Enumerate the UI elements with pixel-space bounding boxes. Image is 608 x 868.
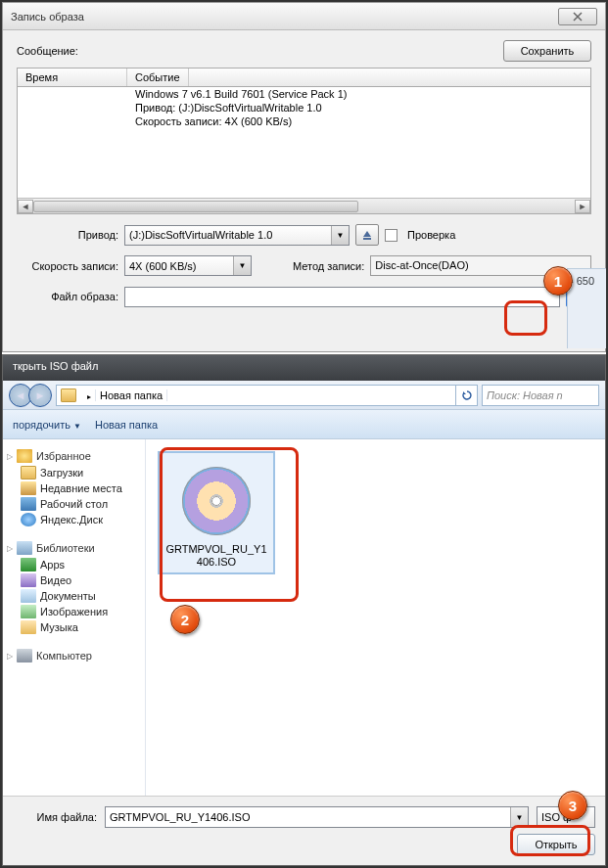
event-row: Привод: (J:)DiscSoftVirtualWritable 1.0 <box>127 101 590 114</box>
library-icon <box>17 541 32 555</box>
chevron-down-icon: ▼ <box>331 226 349 245</box>
disc-icon <box>182 467 251 535</box>
path-segment[interactable]: Новая папка <box>96 389 167 401</box>
nav-bar: ◄ ► ▸ Новая папка Поиск: Новая п <box>3 381 605 410</box>
speed-combo[interactable]: 4X (600 KB/s) ▼ <box>124 255 252 276</box>
yandex-disk-icon <box>21 513 36 526</box>
close-button[interactable] <box>558 8 597 25</box>
burn-image-dialog: Запись образа Сообщение: Сохранить Время… <box>2 2 606 352</box>
file-name: GRTMPVOL_RU_Y1406.ISO <box>164 543 269 569</box>
sidebar-favorites[interactable]: ▷Избранное <box>7 447 141 465</box>
file-toolbar: порядочить ▼ Новая папка <box>3 410 605 439</box>
drive-label: Привод: <box>17 229 118 241</box>
filename-value: GRTMPVOL_RU_Y1406.ISO <box>110 811 250 823</box>
music-icon <box>21 620 36 634</box>
sidebar-images[interactable]: Изображения <box>7 604 141 619</box>
window-title: Запись образа <box>11 11 558 23</box>
verify-checkbox[interactable] <box>385 229 398 242</box>
scroll-right-icon[interactable]: ► <box>575 200 590 213</box>
apps-icon <box>21 558 36 571</box>
address-bar[interactable]: ▸ Новая папка <box>56 385 478 406</box>
event-row: Windows 7 v6.1 Build 7601 (Service Pack … <box>127 87 590 101</box>
desktop-icon <box>21 497 36 511</box>
organize-menu[interactable]: порядочить ▼ <box>13 419 81 431</box>
sidebar-video[interactable]: Видео <box>7 572 141 588</box>
filename-input[interactable]: GRTMPVOL_RU_Y1406.ISO ▼ <box>105 806 529 828</box>
sidebar-downloads[interactable]: Загрузки <box>7 465 141 480</box>
h-scrollbar[interactable]: ◄ ► <box>18 198 590 213</box>
sidebar-apps[interactable]: Apps <box>7 557 141 572</box>
sidebar-computer[interactable]: ▷Компьютер <box>7 647 141 664</box>
sidebar-yandex-disk[interactable]: Яндекс.Диск <box>7 512 141 527</box>
titlebar[interactable]: Запись образа <box>3 3 605 30</box>
document-icon <box>21 589 36 603</box>
star-icon <box>17 449 32 463</box>
save-button[interactable]: Сохранить <box>503 40 591 62</box>
filename-label: Имя файла: <box>13 811 97 823</box>
image-icon <box>21 605 36 618</box>
eject-icon <box>361 229 373 241</box>
close-icon <box>573 12 583 22</box>
search-input[interactable]: Поиск: Новая п <box>482 385 599 406</box>
col-event[interactable]: Событие <box>127 69 189 86</box>
speed-label: Скорость записи: <box>17 260 118 272</box>
refresh-icon <box>461 389 473 401</box>
file-area[interactable]: GRTMPVOL_RU_Y1406.ISO <box>146 439 605 801</box>
chevron-down-icon: ▼ <box>510 807 528 827</box>
file-item-selected[interactable]: GRTMPVOL_RU_Y1406.ISO <box>158 451 275 574</box>
drive-combo[interactable]: (J:)DiscSoftVirtualWritable 1.0 ▼ <box>124 225 350 246</box>
sidebar-desktop[interactable]: Рабочий стол <box>7 496 141 512</box>
video-icon <box>21 573 36 587</box>
chevron-down-icon: ▼ <box>233 256 251 275</box>
sidebar-music[interactable]: Музыка <box>7 619 141 635</box>
sidebar: ▷Избранное Загрузки Недавние места Рабоч… <box>3 439 146 801</box>
scroll-thumb[interactable] <box>33 201 358 212</box>
event-list: Windows 7 v6.1 Build 7601 (Service Pack … <box>17 87 591 214</box>
scroll-left-icon[interactable]: ◄ <box>18 200 33 213</box>
event-list-header: Время Событие <box>17 68 591 87</box>
open-dialog-title: ткрыть ISO файл <box>3 355 605 381</box>
sidebar-recent[interactable]: Недавние места <box>7 480 141 496</box>
image-file-input[interactable] <box>124 287 560 307</box>
callout-3: 3 <box>558 791 587 820</box>
refresh-button[interactable] <box>455 385 477 406</box>
message-label: Сообщение: <box>17 45 78 57</box>
recent-icon <box>21 481 36 495</box>
bottom-bar: Имя файла: GRTMPVOL_RU_Y1406.ISO ▼ ISO ф… <box>3 796 605 865</box>
speed-value: 4X (600 KB/s) <box>129 260 196 272</box>
eject-button[interactable] <box>355 224 379 246</box>
col-time[interactable]: Время <box>18 69 127 86</box>
new-folder-button[interactable]: Новая папка <box>95 419 158 431</box>
sidebar-documents[interactable]: Документы <box>7 588 141 604</box>
folder-icon <box>21 466 36 480</box>
method-label: Метод записи: <box>293 260 364 272</box>
callout-2: 2 <box>170 605 200 634</box>
open-button[interactable]: Открыть <box>517 834 595 855</box>
computer-icon <box>17 649 32 662</box>
folder-icon <box>61 388 76 402</box>
background-snippet: - 650 <box>567 268 606 348</box>
verify-label: Проверка <box>407 229 455 241</box>
callout-1: 1 <box>543 266 573 296</box>
image-file-label: Файл образа: <box>17 291 118 302</box>
nav-fwd-button[interactable]: ► <box>28 384 52 407</box>
drive-value: (J:)DiscSoftVirtualWritable 1.0 <box>129 229 272 241</box>
open-file-dialog: ткрыть ISO файл ◄ ► ▸ Новая папка Поиск:… <box>2 354 606 866</box>
event-row: Скорость записи: 4X (600 KB/s) <box>127 114 590 128</box>
sidebar-libraries[interactable]: ▷Библиотеки <box>7 539 141 557</box>
